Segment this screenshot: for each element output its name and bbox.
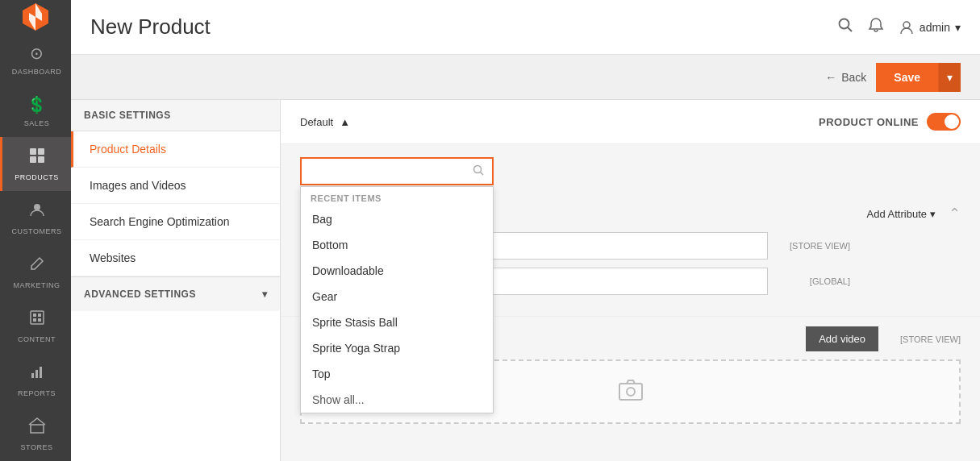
sku-scope: [GLOBAL] xyxy=(778,276,850,286)
form-header: Default ▲ PRODUCT ONLINE xyxy=(281,100,980,144)
product-online-switch[interactable] xyxy=(927,113,961,131)
add-attribute-button[interactable]: Add Attribute ▾ xyxy=(867,208,936,220)
toolbar: ← Back Save ▾ xyxy=(71,55,980,100)
dashboard-icon: ⊙ xyxy=(30,44,44,63)
sidebar: ⊙ DASHBOARD 💲 SALES PRODUCTS CUSTOMERS xyxy=(0,0,71,461)
svg-rect-11 xyxy=(33,318,36,322)
dropdown-item-gear[interactable]: Gear xyxy=(301,284,493,309)
svg-point-19 xyxy=(903,22,910,28)
basic-settings-header: BASIC SETTINGS xyxy=(71,100,280,131)
back-button[interactable]: ← Back xyxy=(825,71,866,84)
images-scope: [STORE VIEW] xyxy=(888,334,961,344)
logo[interactable] xyxy=(0,0,71,34)
dropdown-item-show-all[interactable]: Show all... xyxy=(301,387,493,413)
sidebar-item-marketing[interactable]: MARKETING xyxy=(0,245,71,299)
toggle-circle xyxy=(945,114,959,129)
store-arrow-icon: ▲ xyxy=(340,116,350,128)
stores-icon xyxy=(28,417,46,438)
svg-point-23 xyxy=(627,388,635,396)
sidebar-item-reports[interactable]: REPORTS xyxy=(0,353,71,407)
sidebar-item-dashboard[interactable]: ⊙ DASHBOARD xyxy=(0,34,71,85)
svg-rect-10 xyxy=(38,314,41,317)
nav-item-websites[interactable]: Websites xyxy=(71,240,280,276)
dropdown-item-top[interactable]: Top xyxy=(301,361,493,387)
sidebar-item-products[interactable]: PRODUCTS xyxy=(0,137,71,191)
svg-marker-7 xyxy=(31,258,43,269)
svg-rect-15 xyxy=(40,367,42,378)
advanced-chevron-icon: ▾ xyxy=(262,289,268,300)
left-panel: BASIC SETTINGS Product Details Images an… xyxy=(71,100,281,461)
svg-rect-22 xyxy=(619,384,642,400)
content-area: BASIC SETTINGS Product Details Images an… xyxy=(71,100,980,461)
svg-rect-2 xyxy=(30,148,36,155)
svg-rect-14 xyxy=(35,370,38,378)
category-search-input[interactable] xyxy=(302,160,465,184)
marketing-icon xyxy=(28,255,46,276)
sidebar-item-content[interactable]: CONTENT xyxy=(0,299,71,353)
sales-icon: 💲 xyxy=(27,95,48,114)
save-dropdown-button[interactable]: ▾ xyxy=(938,63,961,92)
add-video-button[interactable]: Add video xyxy=(806,326,878,351)
products-icon xyxy=(28,147,46,168)
category-dropdown-list: RECENT ITEMS Bag Bottom Downloadable Gea… xyxy=(300,186,494,413)
svg-rect-16 xyxy=(31,425,44,433)
customers-icon xyxy=(28,201,46,222)
svg-line-18 xyxy=(848,27,852,31)
advanced-settings-header[interactable]: ADVANCED SETTINGS ▾ xyxy=(71,276,280,311)
recent-items-label: RECENT ITEMS xyxy=(301,187,493,206)
svg-rect-3 xyxy=(38,148,44,155)
user-menu[interactable]: admin ▾ xyxy=(899,19,961,35)
user-dropdown-arrow: ▾ xyxy=(955,21,961,34)
save-button[interactable]: Save xyxy=(876,63,938,92)
collapse-icon[interactable]: ⌃ xyxy=(949,205,961,222)
content-icon xyxy=(28,309,46,330)
nav-item-product-details[interactable]: Product Details xyxy=(71,131,280,168)
page-title: New Product xyxy=(90,15,211,39)
search-magnifier-icon xyxy=(465,159,492,184)
sidebar-item-sales[interactable]: 💲 SALES xyxy=(0,85,71,137)
dropdown-item-sprite-stasis-ball[interactable]: Sprite Stasis Ball xyxy=(301,309,493,335)
svg-point-6 xyxy=(34,204,40,210)
svg-rect-9 xyxy=(33,314,36,317)
header-actions: admin ▾ xyxy=(837,17,961,37)
svg-rect-13 xyxy=(31,373,34,378)
nav-item-seo[interactable]: Search Engine Optimization xyxy=(71,204,280,240)
add-attribute-chevron-icon: ▾ xyxy=(930,208,936,220)
dropdown-item-bottom[interactable]: Bottom xyxy=(301,232,493,258)
category-search-box xyxy=(300,157,494,185)
category-search-wrapper: RECENT ITEMS Bag Bottom Downloadable Gea… xyxy=(281,144,980,185)
nav-item-images-videos[interactable]: Images and Videos xyxy=(71,168,280,204)
svg-rect-8 xyxy=(31,311,44,324)
svg-rect-4 xyxy=(30,156,36,163)
search-icon[interactable] xyxy=(837,17,853,37)
svg-rect-12 xyxy=(38,318,41,322)
reports-icon xyxy=(28,363,46,384)
camera-icon xyxy=(617,376,644,409)
svg-point-20 xyxy=(474,166,482,173)
notification-icon[interactable] xyxy=(868,17,884,37)
store-switcher[interactable]: Default ▲ xyxy=(300,116,350,128)
header: New Product admin ▾ xyxy=(71,0,980,55)
svg-point-17 xyxy=(839,19,849,29)
svg-rect-5 xyxy=(38,156,44,163)
dropdown-item-downloadable[interactable]: Downloadable xyxy=(301,258,493,284)
product-name-scope: [STORE VIEW] xyxy=(778,241,850,251)
main-area: New Product admin ▾ xyxy=(71,0,980,461)
right-panel: Default ▲ PRODUCT ONLINE xyxy=(281,100,980,461)
back-arrow-icon: ← xyxy=(825,71,836,84)
dropdown-item-bag[interactable]: Bag xyxy=(301,206,493,232)
sidebar-item-customers[interactable]: CUSTOMERS xyxy=(0,191,71,245)
save-button-group: Save ▾ xyxy=(876,63,961,92)
user-label: admin xyxy=(920,21,950,34)
dropdown-item-sprite-yoga-strap[interactable]: Sprite Yoga Strap xyxy=(301,335,493,361)
product-online-toggle: PRODUCT ONLINE xyxy=(819,113,961,131)
svg-line-21 xyxy=(481,172,484,176)
sidebar-item-stores[interactable]: STORES xyxy=(0,407,71,461)
